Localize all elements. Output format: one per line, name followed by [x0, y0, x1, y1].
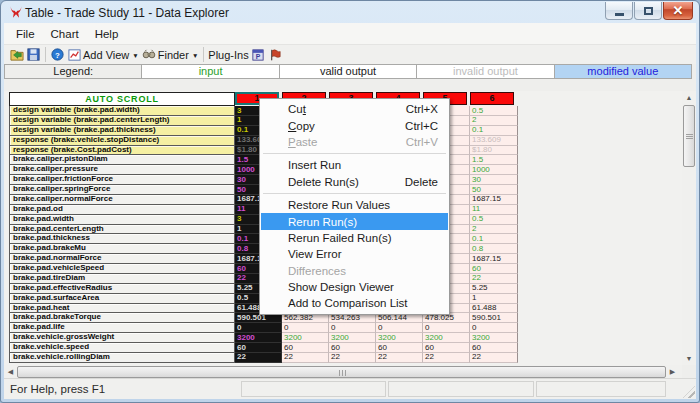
row-label[interactable]: brake.pad.vehicleSpeed	[9, 264, 235, 274]
resize-grip[interactable]	[683, 386, 695, 398]
cell[interactable]: 22	[423, 353, 470, 363]
vertical-scrollbar-thumb[interactable]	[683, 105, 695, 167]
auto-scroll-header[interactable]: AUTO SCROLL	[9, 92, 235, 106]
menu-file[interactable]: File	[8, 28, 43, 40]
cell[interactable]: 0	[470, 323, 518, 333]
scroll-right-icon[interactable]: ▶	[666, 365, 679, 378]
cell[interactable]: 534.263	[329, 313, 376, 323]
add-view-button[interactable]: Add View▼	[66, 47, 141, 63]
cell[interactable]: 60	[282, 343, 329, 353]
row-label[interactable]: brake.pad.heat	[9, 304, 235, 314]
cell[interactable]: 478.025	[423, 313, 470, 323]
cell[interactable]: 22	[470, 274, 518, 284]
row-label[interactable]: brake.pad.surfaceArea	[9, 294, 235, 304]
menu-help[interactable]: Help	[87, 28, 127, 40]
row-label[interactable]: brake.pad.centerLength	[9, 225, 235, 235]
horizontal-scrollbar-thumb[interactable]	[17, 366, 666, 378]
cell[interactable]: 60	[376, 343, 423, 353]
column-header-6[interactable]: 6	[470, 92, 514, 105]
context-menu-item-insert-run[interactable]: Insert Run	[261, 157, 448, 173]
scroll-up-icon[interactable]: ▲	[682, 91, 696, 104]
cell[interactable]: 1687.15	[470, 254, 518, 264]
cell[interactable]: 60	[423, 343, 470, 353]
save-icon[interactable]	[27, 47, 41, 63]
scroll-down-icon[interactable]: ▼	[682, 352, 696, 365]
row-label[interactable]: brake.pad.width	[9, 215, 235, 225]
menu-chart[interactable]: Chart	[43, 28, 87, 40]
cell[interactable]: 0.1	[470, 234, 518, 244]
open-icon[interactable]	[10, 47, 24, 63]
plugin-window-icon[interactable]: P	[251, 47, 265, 63]
row-label[interactable]: brake.vehicle.grossWeight	[9, 333, 235, 343]
row-label[interactable]: brake.pad.od	[9, 205, 235, 215]
cell[interactable]: 1687.15	[470, 195, 518, 205]
cell[interactable]: 50	[470, 185, 518, 195]
context-menu-item-rerun-run-s-[interactable]: Rerun Run(s)	[261, 213, 448, 229]
cell[interactable]: 30	[470, 175, 518, 185]
cell[interactable]: 60	[329, 343, 376, 353]
cell[interactable]: 590.501	[470, 313, 518, 323]
cell[interactable]: 1	[470, 294, 518, 304]
help-icon[interactable]: ?	[51, 47, 65, 63]
row-label[interactable]: brake.caliper.springForce	[9, 185, 235, 195]
horizontal-scrollbar[interactable]: ◀ ▶	[4, 365, 682, 378]
minimize-button[interactable]	[605, 2, 633, 20]
row-label[interactable]: response (brake.vehicle.stopDistance)	[9, 136, 235, 146]
context-menu-item-show-design-viewer[interactable]: Show Design Viewer	[261, 279, 448, 295]
cell[interactable]: 0.5	[470, 106, 518, 116]
context-menu-item-add-to-comparison-list[interactable]: Add to Comparison List	[261, 295, 448, 311]
cell[interactable]: 0	[282, 323, 329, 333]
cell[interactable]: 0	[423, 323, 470, 333]
cell[interactable]: 506.144	[376, 313, 423, 323]
cell[interactable]: 61.488	[470, 304, 518, 314]
cell[interactable]: 3200	[282, 333, 329, 343]
title-bar[interactable]: Table - Trade Study 11 - Data Explorer ✕	[1, 1, 699, 23]
context-menu-item-delete-run-s-[interactable]: Delete Run(s)Delete	[261, 174, 448, 190]
cell[interactable]: 60	[470, 343, 518, 353]
cell[interactable]: 0.5	[470, 215, 518, 225]
cell[interactable]: 5.25	[470, 284, 518, 294]
cell[interactable]: 22	[235, 353, 282, 363]
cell[interactable]: 0	[329, 323, 376, 333]
cell[interactable]: 0	[376, 323, 423, 333]
cell[interactable]: 590.501	[235, 313, 282, 323]
context-menu-item-copy[interactable]: CopyCtrl+C	[261, 117, 448, 133]
cell[interactable]: 3200	[423, 333, 470, 343]
cell[interactable]: 22	[282, 353, 329, 363]
row-label[interactable]: brake.pad.effectiveRadius	[9, 284, 235, 294]
cell[interactable]: 0.1	[470, 126, 518, 136]
cell[interactable]: 3200	[235, 333, 282, 343]
cell[interactable]: 0	[235, 323, 282, 333]
cell[interactable]: 22	[329, 353, 376, 363]
row-label[interactable]: brake.pad.normalForce	[9, 254, 235, 264]
row-label[interactable]: brake.caliper.pistonDiam	[9, 155, 235, 165]
row-label[interactable]: brake.caliper.frictionForce	[9, 175, 235, 185]
row-label[interactable]: design variable (brake.pad.width)	[9, 106, 235, 116]
row-label[interactable]: brake.pad.tireDiam	[9, 274, 235, 284]
cell[interactable]: 3200	[329, 333, 376, 343]
plugin-flag-icon[interactable]	[268, 47, 282, 63]
cell[interactable]: 2	[470, 225, 518, 235]
context-menu-item-restore-run-values[interactable]: Restore Run Values	[261, 197, 448, 213]
cell[interactable]: 60	[235, 343, 282, 353]
row-label[interactable]: brake.pad.brakeTorque	[9, 313, 235, 323]
row-label[interactable]: brake.vehicle.rollingDiam	[9, 353, 235, 363]
cell[interactable]: 1000	[470, 165, 518, 175]
scroll-left-icon[interactable]: ◀	[4, 365, 17, 378]
cell[interactable]: 2	[470, 116, 518, 126]
row-label[interactable]: brake.pad.life	[9, 323, 235, 333]
maximize-button[interactable]	[634, 2, 662, 20]
cell[interactable]: 0.8	[470, 244, 518, 254]
row-label[interactable]: brake.caliper.normalForce	[9, 195, 235, 205]
row-label[interactable]: design variable (brake.pad.centerLength)	[9, 116, 235, 126]
cell[interactable]: 1.5	[470, 155, 518, 165]
cell[interactable]: $1.80	[470, 146, 518, 156]
context-menu-item-rerun-failed-run-s-[interactable]: Rerun Failed Run(s)	[261, 230, 448, 246]
context-menu-item-cut[interactable]: CutCtrl+X	[261, 101, 448, 117]
finder-button[interactable]: Finder▼	[141, 47, 201, 63]
cell[interactable]: 3200	[376, 333, 423, 343]
cell[interactable]: 22	[470, 353, 518, 363]
row-label[interactable]: design variable (brake.pad.thickness)	[9, 126, 235, 136]
plug-ins-button[interactable]: Plug-Ins	[207, 49, 249, 61]
row-label[interactable]: brake.pad.brakeMu	[9, 244, 235, 254]
